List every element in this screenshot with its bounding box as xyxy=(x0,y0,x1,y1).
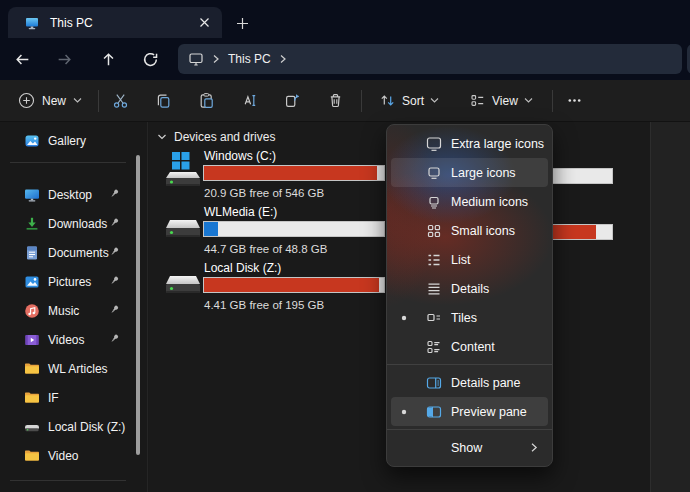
paste-button[interactable] xyxy=(185,84,228,118)
view-layout-icon xyxy=(469,92,486,109)
capacity-bar-fill xyxy=(204,222,218,236)
menu-item-medium-icons[interactable]: Medium icons xyxy=(391,187,548,216)
share-button[interactable] xyxy=(271,84,314,118)
rename-button[interactable] xyxy=(228,84,271,118)
sidebar-item-video[interactable]: Video xyxy=(0,441,134,470)
menu-item-details-pane[interactable]: Details pane xyxy=(391,368,548,397)
sidebar-item-label: Videos xyxy=(48,333,84,347)
tab-close-icon[interactable] xyxy=(192,11,216,35)
capacity-bar-fill xyxy=(204,166,377,180)
content-icon xyxy=(425,338,443,356)
sidebar-item-if[interactable]: IF xyxy=(0,383,134,412)
sort-button[interactable]: Sort xyxy=(370,85,448,117)
copy-button[interactable] xyxy=(142,84,185,118)
details-icon xyxy=(425,280,443,298)
sidebar-item-documents[interactable]: Documents xyxy=(0,238,134,267)
sidebar-item-wl-articles[interactable]: WL Articles xyxy=(0,354,134,383)
pin-icon xyxy=(109,246,120,257)
menu-item-large-icons[interactable]: Large icons xyxy=(391,158,548,187)
breadcrumb-this-pc[interactable]: This PC xyxy=(228,52,271,66)
menu-item-preview-pane[interactable]: Preview pane xyxy=(391,397,548,426)
tab-title: This PC xyxy=(50,16,93,30)
pictures-icon xyxy=(24,274,40,290)
view-button-label: View xyxy=(492,94,518,108)
new-tab-button[interactable] xyxy=(230,11,254,35)
sidebar-item-label: Downloads xyxy=(48,217,107,231)
pin-icon xyxy=(109,333,120,344)
preview-pane-icon xyxy=(425,403,443,421)
sidebar-item-desktop[interactable]: Desktop xyxy=(0,180,134,209)
documents-icon xyxy=(24,245,40,261)
back-button[interactable] xyxy=(6,43,38,75)
desktop-icon xyxy=(24,187,40,203)
navigation-bar: This PC xyxy=(0,38,690,80)
view-button[interactable]: View xyxy=(460,85,542,117)
chevron-right-icon[interactable] xyxy=(279,54,287,64)
chevron-right-icon xyxy=(212,54,220,64)
capacity-bar xyxy=(204,278,384,292)
menu-item-tiles[interactable]: Tiles xyxy=(391,303,548,332)
sort-arrows-icon xyxy=(379,92,396,109)
drive-name: Windows (C:) xyxy=(204,149,276,163)
menu-item-content[interactable]: Content xyxy=(391,332,548,361)
delete-button[interactable] xyxy=(314,84,357,118)
sidebar-item-music[interactable]: Music xyxy=(0,296,134,325)
tab-this-pc[interactable]: This PC xyxy=(8,7,222,38)
navigation-pane: Gallery Desktop Downloads Documents xyxy=(0,122,148,492)
section-header-label: Devices and drives xyxy=(174,130,275,144)
menu-item-list[interactable]: List xyxy=(391,245,548,274)
sidebar-item-videos[interactable]: Videos xyxy=(0,325,134,354)
drive-icon xyxy=(162,206,202,248)
sidebar-scrollbar[interactable] xyxy=(136,155,140,455)
plus-circle-icon xyxy=(18,92,35,109)
this-pc-monitor-icon xyxy=(24,15,40,31)
sidebar-item-pictures[interactable]: Pictures xyxy=(0,267,134,296)
sidebar-item-label: Documents xyxy=(48,246,109,260)
chevron-down-icon[interactable] xyxy=(157,133,167,141)
new-button[interactable]: New xyxy=(8,85,92,117)
menu-divider xyxy=(387,429,552,430)
menu-item-details[interactable]: Details xyxy=(391,274,548,303)
drive-capacity-text: 44.7 GB free of 48.8 GB xyxy=(204,243,327,255)
sidebar-item-label: IF xyxy=(48,391,59,405)
address-bar[interactable]: This PC xyxy=(178,44,682,74)
up-button[interactable] xyxy=(92,43,124,75)
forward-button[interactable] xyxy=(48,43,80,75)
extra-large-icons-icon xyxy=(425,135,443,153)
drive-capacity-text: 20.9 GB free of 546 GB xyxy=(204,187,324,199)
sort-button-label: Sort xyxy=(402,94,424,108)
tiles-icon xyxy=(425,309,443,327)
sidebar-item-downloads[interactable]: Downloads xyxy=(0,209,134,238)
folder-icon xyxy=(24,361,40,377)
gallery-icon xyxy=(24,133,40,149)
drive-name: Local Disk (Z:) xyxy=(204,261,281,275)
windows-drive-icon xyxy=(162,150,202,192)
sidebar-divider xyxy=(10,162,126,163)
cut-button[interactable] xyxy=(99,84,142,118)
submenu-chevron-right-icon xyxy=(530,442,538,453)
folder-icon xyxy=(24,448,40,464)
sidebar-item-label: Gallery xyxy=(48,134,86,148)
view-context-menu: Extra large icons Large icons Medium ico… xyxy=(386,124,553,467)
menu-item-extra-large-icons[interactable]: Extra large icons xyxy=(391,129,548,158)
menu-item-show[interactable]: Show xyxy=(391,433,548,462)
sidebar-item-gallery[interactable]: Gallery xyxy=(0,126,134,155)
pin-icon xyxy=(109,188,120,199)
folder-icon xyxy=(24,390,40,406)
sidebar-item-label: Local Disk (Z:) xyxy=(48,420,125,434)
menu-item-small-icons[interactable]: Small icons xyxy=(391,216,548,245)
sidebar-item-label: Video xyxy=(48,449,78,463)
pin-icon xyxy=(109,217,120,228)
sidebar-item-label: Music xyxy=(48,304,79,318)
sidebar-item-label: Pictures xyxy=(48,275,91,289)
refresh-button[interactable] xyxy=(134,43,166,75)
medium-icons-icon xyxy=(425,193,443,211)
menu-divider xyxy=(387,364,552,365)
drive-name: WLMedia (E:) xyxy=(204,205,277,219)
sidebar-item-local-disk-z[interactable]: Local Disk (Z:) xyxy=(0,412,134,441)
section-devices-and-drives[interactable]: Devices and drives xyxy=(157,130,275,144)
more-options-icon[interactable] xyxy=(559,85,591,117)
drive-icon xyxy=(24,419,40,435)
capacity-bar xyxy=(204,222,384,236)
new-button-label: New xyxy=(42,94,66,108)
